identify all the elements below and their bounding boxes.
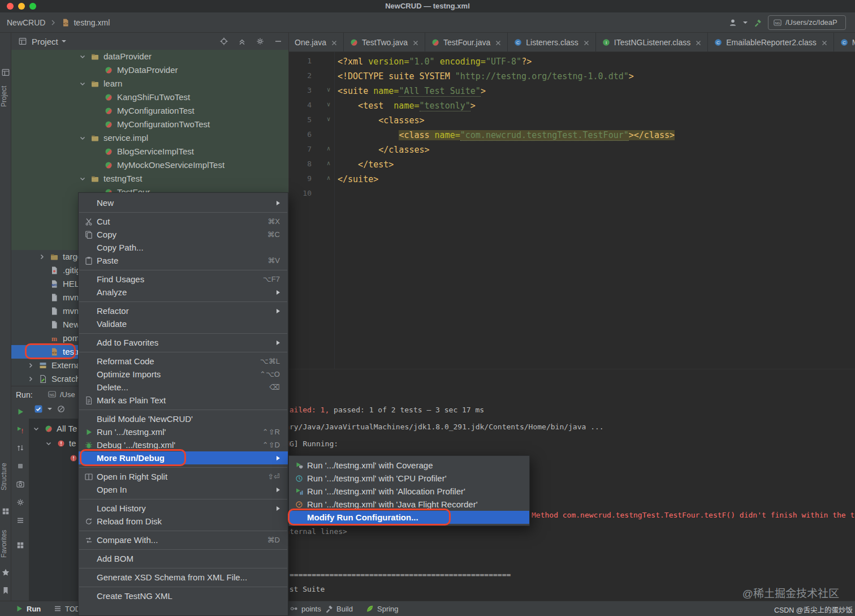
statusbar-item-spring[interactable]: Spring xyxy=(365,601,399,616)
statusbar-item-build[interactable]: Build xyxy=(325,601,353,616)
tool-stripe-structure[interactable]: Structure xyxy=(0,457,11,497)
chevron-right-icon[interactable] xyxy=(26,374,35,384)
submenu-item-run-testng-xml-with-coverage[interactable]: Run '.../testng.xml' with Coverage xyxy=(289,459,529,472)
submenu-item-run-testng-xml-with-cpu-profiler[interactable]: Run '.../testng.xml' with 'CPU Profiler' xyxy=(289,472,529,485)
fold-marker-icon[interactable]: ∧ xyxy=(324,160,333,167)
project-tree-item-blogserviceimpltest[interactable]: BlogServiceImplTest xyxy=(11,145,288,158)
locate-file-icon[interactable] xyxy=(219,37,228,46)
project-tree-item-myconfigurationtwotest[interactable]: MyConfigurationTwoTest xyxy=(11,118,288,131)
fold-marker-icon[interactable]: ∨ xyxy=(324,115,333,123)
bookmark-icon[interactable] xyxy=(1,586,10,595)
project-tree-item-service-impl[interactable]: service.impl xyxy=(11,131,288,145)
show-passed-checkbox[interactable] xyxy=(34,404,43,413)
sort-button[interactable] xyxy=(16,443,25,453)
close-icon[interactable] xyxy=(582,38,590,46)
hide-panel-icon[interactable] xyxy=(274,37,283,46)
editor-tab-emailablereporter2-class[interactable]: CEmailableReporter2.class xyxy=(708,33,834,51)
fold-marker-icon[interactable]: ∨ xyxy=(324,101,333,108)
editor-tab-testtwo-java[interactable]: TestTwo.java xyxy=(344,33,425,51)
chevron-down-icon[interactable] xyxy=(44,439,53,448)
star-icon[interactable] xyxy=(1,568,10,577)
chevron-down-icon[interactable] xyxy=(32,424,41,433)
menu-item-more-run-debug[interactable]: More Run/Debug xyxy=(79,451,288,464)
project-tree-item-kangshifutwotest[interactable]: KangShiFuTwoTest xyxy=(11,91,288,104)
layers-icon[interactable] xyxy=(1,507,10,516)
test-list-button[interactable] xyxy=(16,516,25,525)
menu-item-copy-path[interactable]: Copy Path... xyxy=(79,241,288,254)
menu-item-analyze[interactable]: Analyze xyxy=(79,286,288,299)
menu-item-local-history[interactable]: Local History xyxy=(79,502,288,515)
editor-area[interactable]: 1<?xml version="1.0" encoding="UTF-8"?>2… xyxy=(289,52,855,369)
close-icon[interactable] xyxy=(330,38,338,46)
project-tree-item-learn[interactable]: learn xyxy=(11,77,288,91)
menu-item-reformat-code[interactable]: Reformat Code⌥⌘L xyxy=(79,355,288,368)
collapse-all-icon[interactable] xyxy=(238,37,247,46)
menu-item-new[interactable]: New xyxy=(79,196,288,209)
project-tree-item-dataprovider[interactable]: dataProvider xyxy=(11,50,288,63)
editor-tab-listeners-class[interactable]: CListeners.class xyxy=(508,33,596,51)
project-tree-item-mydataprovider[interactable]: MyDataProvider xyxy=(11,63,288,77)
menu-item-reload-from-disk[interactable]: Reload from Disk xyxy=(79,515,288,528)
rerun-button[interactable] xyxy=(16,407,25,416)
menu-item-paste[interactable]: Paste⌘V xyxy=(79,254,288,267)
project-tree-item-myconfigurationtest[interactable]: MyConfigurationTest xyxy=(11,104,288,118)
menu-item-create-testng-xml[interactable]: Create TestNG XML xyxy=(79,589,288,602)
editor-tab-one-java[interactable]: One.java xyxy=(289,33,344,51)
chevron-down-icon[interactable] xyxy=(62,40,66,42)
statusbar-item-tod[interactable]: TOD xyxy=(53,601,80,616)
breadcrumb-project[interactable]: NewCRUD xyxy=(7,18,45,27)
menu-item-run-testng-xml[interactable]: Run '.../testng.xml'⌃⇧R xyxy=(79,425,288,438)
chevron-down-icon[interactable] xyxy=(78,174,87,183)
editor-tab-itestnglistener-class[interactable]: IITestNGListener.class xyxy=(596,33,708,51)
menu-item-delete[interactable]: Delete...⌫ xyxy=(79,381,288,394)
chevron-down-icon[interactable] xyxy=(78,52,87,61)
chevron-down-icon[interactable] xyxy=(78,79,87,88)
tool-stripe-favorites[interactable]: Favorites xyxy=(0,524,11,563)
menu-item-debug-testng-xml[interactable]: Debug '.../testng.xml'⌃⇧D xyxy=(79,438,288,451)
breadcrumb-file[interactable]: testng.xml xyxy=(74,18,110,27)
close-icon[interactable] xyxy=(411,38,419,46)
menu-item-add-bom[interactable]: Add BOM xyxy=(79,552,288,565)
menu-item-mark-as-plain-text[interactable]: Mark as Plain Text xyxy=(79,394,288,407)
fold-marker-icon[interactable]: ∨ xyxy=(324,86,333,93)
user-account-icon[interactable] xyxy=(728,18,737,27)
menu-item-refactor[interactable]: Refactor xyxy=(79,304,288,317)
editor-tab-testfour-java[interactable]: TestFour.java xyxy=(425,33,508,51)
menu-item-cut[interactable]: Cut⌘X xyxy=(79,215,288,228)
menu-item-open-in-right-split[interactable]: Open in Right Split⇧⏎ xyxy=(79,470,288,483)
grid-view-button[interactable] xyxy=(16,541,25,550)
submenu-item-modify-run-configuration[interactable]: Modify Run Configuration... xyxy=(289,511,529,524)
project-tree-item-testngtest[interactable]: testngTest xyxy=(11,172,288,186)
chevron-down-icon[interactable] xyxy=(78,133,87,143)
chevron-down-icon[interactable] xyxy=(48,408,52,410)
project-tree-item-mymockoneserviceimpltest[interactable]: MyMockOneServiceImplTest xyxy=(11,158,288,172)
project-panel-title[interactable]: Project xyxy=(32,37,58,46)
menu-item-optimize-imports[interactable]: Optimize Imports⌃⌥O xyxy=(79,368,288,381)
menu-item-validate[interactable]: Validate xyxy=(79,317,288,330)
fold-marker-icon[interactable]: ∧ xyxy=(324,145,333,152)
fold-marker-icon[interactable]: ∧ xyxy=(324,174,333,182)
statusbar-item-run[interactable]: Run xyxy=(15,601,41,616)
menu-item-open-in[interactable]: Open In xyxy=(79,483,288,496)
menu-item-compare-with[interactable]: Compare With...⌘D xyxy=(79,533,288,546)
snapshot-button[interactable] xyxy=(16,480,25,489)
settings-button[interactable] xyxy=(16,498,25,507)
run-configuration-selector[interactable]: NG /Users/zc/IdeaP xyxy=(768,15,846,30)
tool-stripe-project[interactable]: Project xyxy=(0,79,11,113)
menu-item-generate-xsd-schema-from-xml-file[interactable]: Generate XSD Schema from XML File... xyxy=(79,571,288,584)
run-config-chip[interactable]: NG /Use xyxy=(48,390,75,399)
menu-item-copy[interactable]: Copy⌘C xyxy=(79,228,288,241)
close-icon[interactable] xyxy=(820,38,828,46)
build-project-icon[interactable] xyxy=(753,18,762,27)
statusbar-item-points[interactable]: points xyxy=(290,601,321,616)
menu-item-find-usages[interactable]: Find Usages⌥F7 xyxy=(79,273,288,286)
show-ignored-icon[interactable] xyxy=(57,404,66,413)
menu-item-build-module-newcrud[interactable]: Build Module 'NewCRUD' xyxy=(79,412,288,425)
chevron-down-icon[interactable] xyxy=(743,21,748,24)
close-icon[interactable] xyxy=(694,38,702,46)
menu-item-add-to-favorites[interactable]: Add to Favorites xyxy=(79,336,288,349)
stop-button[interactable] xyxy=(16,462,25,471)
chevron-right-icon[interactable] xyxy=(37,252,46,261)
chevron-right-icon[interactable] xyxy=(26,361,35,370)
close-icon[interactable] xyxy=(494,38,502,46)
